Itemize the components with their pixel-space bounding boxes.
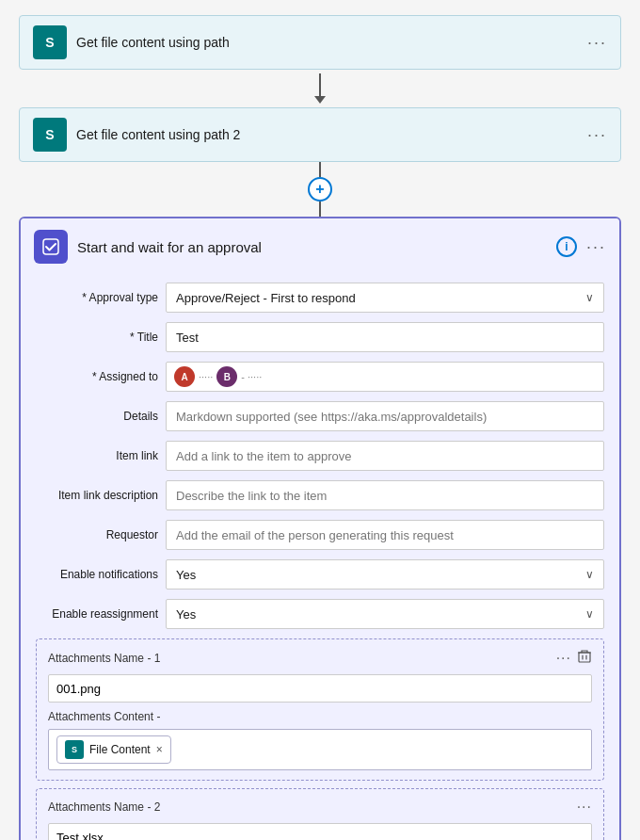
enable-reassignment-row: Enable reassignment Yes ∨ xyxy=(36,599,604,629)
requestor-input[interactable] xyxy=(166,520,604,550)
approval-form: * Approval type Approve/Reject - First t… xyxy=(21,275,619,840)
approval-type-select[interactable]: Approve/Reject - First to respond ∨ xyxy=(166,283,604,313)
item-link-row: Item link xyxy=(36,441,604,471)
step-icon-1: S xyxy=(33,25,67,59)
title-input[interactable] xyxy=(166,322,604,352)
add-step-button[interactable]: + xyxy=(308,177,332,202)
attachment-2-name-label: Attachments Name - 2 xyxy=(48,800,160,814)
attachment-1-content-area[interactable]: S File Content × xyxy=(48,729,592,770)
assigned-to-label: * Assigned to xyxy=(36,370,158,383)
enable-reassignment-value: Yes xyxy=(176,607,196,622)
step-menu-1[interactable]: ··· xyxy=(587,33,607,53)
attachment-section-1: Attachments Name - 1 ··· xyxy=(36,638,604,781)
notifications-chevron-icon: ∨ xyxy=(585,568,594,581)
attachment-2-menu[interactable]: ··· xyxy=(577,799,592,816)
chevron-down-icon: ∨ xyxy=(585,291,594,304)
attachment-2-name-input[interactable] xyxy=(48,823,592,840)
attachment-2-controls: ··· xyxy=(577,799,592,816)
attachment-1-file-tag: S File Content × xyxy=(56,735,171,764)
step-title-1: Get file content using path xyxy=(76,35,578,50)
step-title-2: Get file content using path 2 xyxy=(76,127,578,142)
avatar-separator: ····· xyxy=(199,371,213,382)
enable-reassignment-label: Enable reassignment xyxy=(36,607,158,621)
svg-rect-1 xyxy=(579,653,590,662)
enable-notifications-row: Enable notifications Yes ∨ xyxy=(36,559,604,590)
approval-type-row: * Approval type Approve/Reject - First t… xyxy=(36,283,604,313)
step-card-1: S Get file content using path ··· xyxy=(19,15,621,70)
step-card-2: S Get file content using path 2 ··· xyxy=(19,107,621,162)
attachment-2-header: Attachments Name - 2 ··· xyxy=(48,799,592,816)
item-link-desc-label: Item link description xyxy=(36,489,158,502)
attachment-1-file-content-label: File Content xyxy=(89,743,151,756)
details-label: Details xyxy=(36,410,158,423)
title-label: * Title xyxy=(36,331,158,344)
step-menu-2[interactable]: ··· xyxy=(587,125,607,145)
item-link-label: Item link xyxy=(36,449,158,462)
attachment-1-controls: ··· xyxy=(556,649,592,667)
avatar-1: A xyxy=(174,366,195,387)
approval-header: Start and wait for an approval i ··· xyxy=(21,218,619,275)
approval-type-label: * Approval type xyxy=(36,291,158,304)
enable-notifications-label: Enable notifications xyxy=(36,568,158,581)
approval-type-value: Approve/Reject - First to respond xyxy=(176,291,356,305)
step-icon-2: S xyxy=(33,118,67,152)
title-row: * Title xyxy=(36,322,604,352)
item-link-input[interactable] xyxy=(166,441,604,471)
attachment-1-header: Attachments Name - 1 ··· xyxy=(48,649,592,667)
enable-reassignment-select[interactable]: Yes ∨ xyxy=(166,599,604,629)
attachment-1-content-label: Attachments Content - xyxy=(48,710,592,723)
requestor-label: Requestor xyxy=(36,528,158,541)
arrow-1 xyxy=(314,73,326,104)
attachment-1-name-input[interactable] xyxy=(48,674,592,703)
attachment-1-menu[interactable]: ··· xyxy=(556,650,571,667)
enable-notifications-select[interactable]: Yes ∨ xyxy=(166,559,604,590)
plus-connector: + xyxy=(308,162,332,217)
details-row: Details xyxy=(36,401,604,431)
attachment-1-name-label: Attachments Name - 1 xyxy=(48,652,160,665)
details-input[interactable] xyxy=(166,401,604,431)
attachment-1-file-icon: S xyxy=(65,740,84,759)
item-link-desc-row: Item link description xyxy=(36,480,604,510)
enable-notifications-value: Yes xyxy=(176,568,196,582)
reassignment-chevron-icon: ∨ xyxy=(585,607,594,621)
attachment-1-delete[interactable] xyxy=(577,649,592,667)
assigned-to-field[interactable]: A ····· B - ····· xyxy=(166,362,604,392)
avatar-2: B xyxy=(216,366,237,387)
requestor-row: Requestor xyxy=(36,520,604,550)
approval-menu[interactable]: ··· xyxy=(586,237,606,257)
info-icon[interactable]: i xyxy=(556,236,577,257)
assigned-to-row: * Assigned to A ····· B - ····· xyxy=(36,362,604,392)
approval-icon xyxy=(34,230,68,264)
approval-title: Start and wait for an approval xyxy=(77,239,547,255)
item-link-desc-input[interactable] xyxy=(166,480,604,510)
approval-card: Start and wait for an approval i ··· * A… xyxy=(19,217,621,840)
avatar-text: - ····· xyxy=(241,371,262,382)
attachment-section-2: Attachments Name - 2 ··· Attachments Con… xyxy=(36,788,604,840)
attachment-1-tag-close[interactable]: × xyxy=(156,743,163,756)
